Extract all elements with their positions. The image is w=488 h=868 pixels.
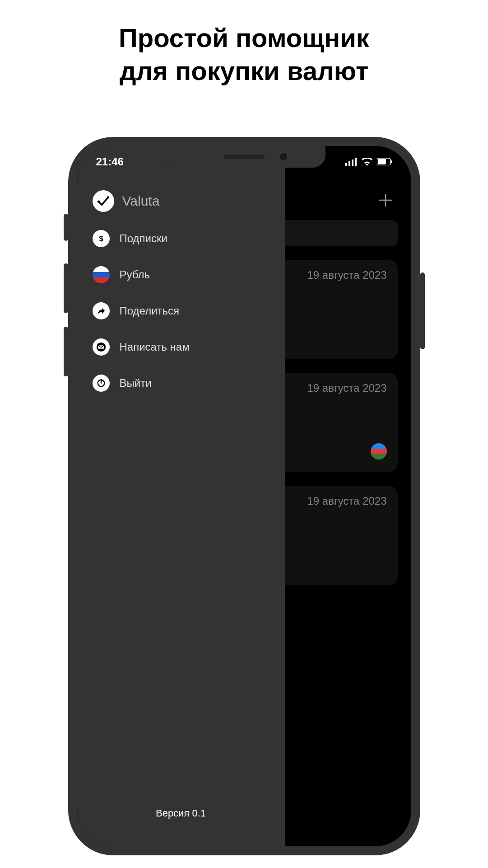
promo-line-2: для покупки валют [0,55,488,88]
phone-side-button [64,263,68,313]
svg-rect-2 [352,160,353,166]
menu-subscriptions[interactable]: $ Подписки [93,230,270,247]
cellular-icon [345,158,357,166]
status-time: 21:46 [96,155,124,168]
svg-rect-3 [355,158,357,166]
flag-russia-icon [93,266,110,283]
drawer-header: Valuta [77,190,285,230]
menu-label: Подписки [120,232,167,245]
share-icon [93,302,110,319]
menu-label: Поделиться [120,305,180,317]
add-button[interactable] [378,191,393,211]
menu-share[interactable]: Поделиться [93,302,270,319]
wifi-icon [362,158,372,166]
phone-notch [163,146,325,168]
phone-side-button [64,327,68,376]
phone-side-button [420,272,425,349]
flag-azerbaijan-icon [371,443,387,460]
version-label: Версия 0.1 [77,807,285,846]
promo-line-1: Простой помощник [0,22,488,55]
svg-point-8 [107,196,109,198]
menu-label: Выйти [120,377,152,389]
menu-logout[interactable]: Выйти [93,375,270,392]
card-date: 19 августа 2023 [307,495,386,507]
dollar-icon: $ [93,230,110,247]
svg-point-7 [97,201,99,203]
battery-icon [377,158,392,165]
menu-contact[interactable]: Написать нам [93,338,270,356]
card-date: 19 августа 2023 [307,269,386,282]
menu-label: Рубль [120,268,150,281]
svg-rect-5 [378,159,386,164]
power-icon [93,375,110,392]
promo-headline: Простой помощник для покупки валют [0,0,488,87]
phone-mockup: 21:46 [68,137,420,855]
mail-icon [93,338,110,356]
svg-rect-6 [391,160,392,163]
menu-label: Написать нам [120,341,190,353]
card-date: 19 августа 2023 [307,382,386,394]
phone-side-button [64,214,68,241]
side-drawer: Valuta $ Подписки Рубль [77,146,285,846]
menu-ruble[interactable]: Рубль [93,266,270,283]
svg-rect-1 [349,161,350,166]
app-name: Valuta [122,193,160,209]
app-logo-icon [93,190,114,212]
svg-rect-0 [345,163,347,166]
svg-text:$: $ [99,235,103,243]
